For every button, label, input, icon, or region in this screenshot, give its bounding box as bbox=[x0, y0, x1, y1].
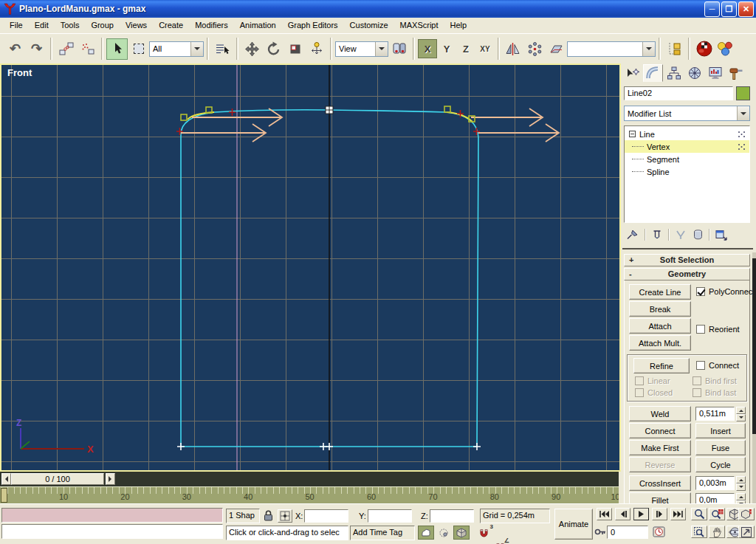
menu-item[interactable]: Modifiers bbox=[189, 19, 234, 32]
redo-icon[interactable]: ↷ bbox=[26, 38, 47, 60]
stack-item-segment[interactable]: Segment bbox=[625, 153, 749, 165]
panel-scrollbar-thumb[interactable] bbox=[752, 258, 756, 434]
mirror-icon[interactable] bbox=[503, 38, 524, 60]
tab-create[interactable] bbox=[622, 64, 642, 82]
go-to-end-button[interactable] bbox=[670, 508, 686, 520]
polyconnect-checkbox[interactable]: PolyConnect bbox=[696, 287, 755, 296]
unlink-selection-icon[interactable] bbox=[77, 38, 98, 60]
add-time-tag[interactable]: Add Time Tag bbox=[350, 526, 415, 540]
select-and-scale-icon[interactable] bbox=[284, 38, 306, 60]
connect-checkbox[interactable]: Connect bbox=[696, 361, 739, 370]
dropdown-arrow-icon[interactable] bbox=[190, 42, 203, 56]
insert-button[interactable]: Insert bbox=[695, 423, 746, 438]
next-frame-button[interactable] bbox=[652, 508, 667, 520]
object-color-swatch[interactable] bbox=[736, 86, 750, 100]
break-button[interactable]: Break bbox=[629, 301, 691, 317]
animate-button[interactable]: Animate bbox=[554, 509, 593, 540]
menu-item[interactable]: File bbox=[4, 19, 29, 32]
dropdown-arrow-icon[interactable] bbox=[375, 42, 388, 56]
track-bar[interactable]: 102030405060708090100 bbox=[0, 486, 619, 503]
panel-scrollbar[interactable] bbox=[752, 252, 756, 506]
refine-button[interactable]: Refine bbox=[633, 358, 690, 373]
white-shape-icon[interactable] bbox=[418, 526, 434, 540]
select-and-move-icon[interactable] bbox=[241, 38, 263, 60]
absolute-offset-mode-icon[interactable] bbox=[278, 509, 292, 523]
menu-item[interactable]: Group bbox=[85, 19, 120, 32]
restrict-z-button[interactable]: Z bbox=[456, 39, 475, 58]
viewport-label[interactable]: Front bbox=[7, 67, 32, 78]
dotted-circle-icon[interactable] bbox=[436, 526, 452, 540]
pan-hand-icon[interactable] bbox=[709, 526, 725, 538]
menu-item[interactable]: Help bbox=[444, 19, 473, 32]
track-view-icon[interactable] bbox=[664, 38, 685, 60]
tab-motion[interactable] bbox=[684, 64, 704, 82]
menu-item[interactable]: MAXScript bbox=[394, 19, 444, 32]
rollout-soft-selection[interactable]: + Soft Selection bbox=[624, 254, 750, 266]
restrict-y-button[interactable]: Y bbox=[437, 39, 456, 58]
zoom-all-icon[interactable] bbox=[709, 508, 725, 520]
fuse-button[interactable]: Fuse bbox=[695, 440, 746, 455]
crossinsert-button[interactable]: CrossInsert bbox=[629, 475, 691, 491]
close-button[interactable]: ✕ bbox=[738, 1, 754, 17]
attach-button[interactable]: Attach bbox=[629, 318, 691, 334]
zoom-icon[interactable] bbox=[691, 508, 707, 520]
select-and-link-icon[interactable] bbox=[55, 38, 77, 60]
menu-item[interactable]: Tools bbox=[55, 19, 86, 32]
maxscript-mini-listener-white[interactable] bbox=[1, 524, 223, 539]
restrict-xy-plane-button[interactable]: XY bbox=[475, 39, 495, 58]
create-line-button[interactable]: Create Line bbox=[629, 284, 691, 300]
cycle-button[interactable]: Cycle bbox=[695, 457, 746, 472]
weld-button[interactable]: Weld bbox=[629, 406, 691, 421]
region-zoom-icon[interactable] bbox=[691, 526, 707, 538]
tab-hierarchy[interactable] bbox=[664, 64, 684, 82]
time-configuration-icon[interactable] bbox=[653, 526, 665, 540]
tab-utilities[interactable] bbox=[726, 64, 746, 82]
select-object-button[interactable] bbox=[106, 38, 128, 60]
snap-3d-magnet-icon[interactable]: 3 bbox=[475, 526, 492, 540]
reference-coordinate-dropdown[interactable]: View bbox=[335, 41, 388, 57]
play-button[interactable] bbox=[633, 508, 649, 520]
zoom-extents-all-icon[interactable] bbox=[738, 508, 755, 520]
set-key-icon[interactable] bbox=[594, 527, 606, 538]
menu-item[interactable]: Animation bbox=[234, 19, 282, 32]
crossinsert-spinner[interactable] bbox=[736, 476, 746, 490]
go-to-start-button[interactable] bbox=[597, 508, 612, 520]
use-pivot-point-center-icon[interactable] bbox=[388, 38, 410, 60]
menu-item[interactable]: Graph Editors bbox=[282, 19, 344, 32]
named-selection-dropdown[interactable] bbox=[567, 41, 656, 57]
time-slider-display[interactable]: 0 / 100 bbox=[11, 473, 104, 485]
select-by-name-icon[interactable] bbox=[212, 38, 233, 60]
rollout-geometry[interactable]: - Geometry bbox=[624, 268, 750, 280]
menu-item[interactable]: Views bbox=[120, 19, 153, 32]
menu-item[interactable]: Customize bbox=[344, 19, 394, 32]
make-unique-icon[interactable] bbox=[674, 229, 687, 241]
array-icon[interactable] bbox=[524, 38, 546, 60]
previous-frame-arrow-button[interactable] bbox=[1, 473, 11, 485]
dropdown-arrow-icon[interactable] bbox=[642, 42, 655, 56]
min-max-toggle-icon[interactable] bbox=[738, 526, 755, 538]
stack-item-line[interactable]: Line bbox=[625, 128, 749, 140]
menu-item[interactable]: Create bbox=[153, 19, 189, 32]
current-frame-field[interactable]: 0 bbox=[607, 526, 648, 539]
restrict-x-button[interactable]: X bbox=[418, 39, 437, 58]
reorient-checkbox[interactable]: Reorient bbox=[696, 325, 740, 334]
x-coordinate-field[interactable] bbox=[304, 509, 348, 523]
connect-button[interactable]: Connect bbox=[629, 423, 691, 438]
checkbox-icon[interactable] bbox=[696, 361, 705, 370]
undo-icon[interactable]: ↶ bbox=[4, 38, 26, 60]
crossinsert-field[interactable]: 0,003m bbox=[695, 476, 735, 490]
show-end-result-icon[interactable] bbox=[650, 229, 664, 241]
dropdown-arrow-icon[interactable] bbox=[737, 106, 749, 120]
select-and-manipulate-icon[interactable] bbox=[306, 38, 327, 60]
tab-modify[interactable] bbox=[643, 64, 663, 82]
menu-item[interactable]: Edit bbox=[29, 19, 55, 32]
angle-snap-magnet-icon[interactable]: ∠ bbox=[492, 540, 508, 544]
checkbox-icon[interactable] bbox=[696, 287, 705, 296]
checkbox-icon[interactable] bbox=[696, 325, 705, 334]
align-icon[interactable] bbox=[546, 38, 567, 60]
configure-modifier-sets-icon[interactable] bbox=[715, 229, 729, 241]
previous-frame-button[interactable] bbox=[615, 508, 630, 520]
rectangular-selection-region-icon[interactable] bbox=[128, 38, 149, 60]
weld-spinner[interactable] bbox=[736, 407, 746, 421]
stack-item-spline[interactable]: Spline bbox=[625, 165, 749, 178]
